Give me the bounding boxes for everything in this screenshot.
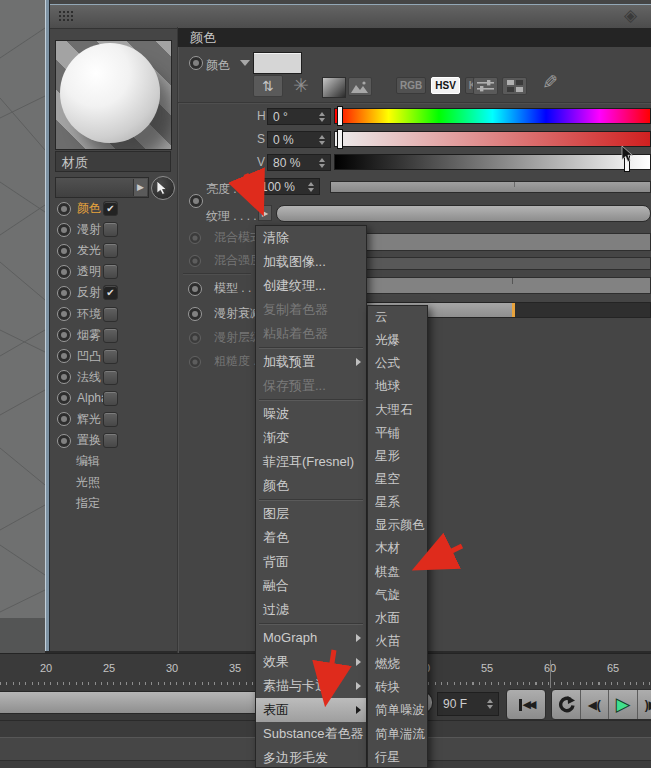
channel-row-9[interactable]: Alpha	[57, 388, 177, 409]
param-radio[interactable]	[189, 332, 201, 344]
gradient-bar-s[interactable]	[334, 131, 651, 147]
menu-item-16[interactable]: 背面	[256, 550, 366, 574]
channel-checkbox[interactable]	[103, 370, 118, 385]
surface-item-13[interactable]: 水面	[368, 607, 427, 630]
menu-item-6[interactable]: 加载预置	[256, 350, 366, 374]
color-expand-arrow-icon[interactable]	[240, 60, 250, 66]
channel-radio[interactable]	[57, 349, 71, 363]
image-mode-icon[interactable]	[348, 77, 372, 96]
go-to-start-button[interactable]: ◀◀	[506, 689, 546, 720]
menu-item-10[interactable]: 渐变	[256, 426, 366, 450]
viewport-background[interactable]	[0, 0, 45, 656]
material-dropdown[interactable]: ▶	[55, 177, 149, 198]
pick-material-button[interactable]	[151, 176, 175, 200]
channel-radio[interactable]	[57, 223, 71, 237]
channel-radio[interactable]	[57, 286, 71, 300]
channel-row-11[interactable]: 置换	[57, 430, 177, 451]
model-dropdown-bar[interactable]	[366, 277, 651, 294]
slider-field-h[interactable]: 0 °	[267, 108, 331, 125]
param-radio[interactable]	[189, 255, 201, 267]
channel-row-3[interactable]: 透明	[57, 261, 177, 282]
channel-radio[interactable]	[57, 370, 71, 384]
channel-row-14[interactable]: 指定	[57, 493, 177, 514]
channel-checkbox[interactable]	[103, 412, 118, 427]
slider-stepper[interactable]	[319, 135, 325, 145]
menu-item-11[interactable]: 菲涅耳(Fresnel)	[256, 450, 366, 474]
surface-item-0[interactable]: 云	[368, 306, 427, 329]
menu-item-1[interactable]: 加载图像...	[256, 250, 366, 274]
slider-field-v[interactable]: 80 %	[267, 154, 331, 171]
surface-item-3[interactable]: 地球	[368, 375, 427, 398]
slider-field-s[interactable]: 0 %	[267, 131, 331, 148]
channel-row-7[interactable]: 凹凸	[57, 346, 177, 367]
surface-item-18[interactable]: 简单湍流	[368, 723, 427, 746]
menu-item-14[interactable]: 图层	[256, 502, 366, 526]
menu-item-18[interactable]: 过滤	[256, 598, 366, 622]
brightness-field[interactable]: 100 %	[255, 178, 320, 195]
channel-checkbox[interactable]	[103, 328, 118, 343]
menu-item-17[interactable]: 融合	[256, 574, 366, 598]
surface-item-1[interactable]: 光爆	[368, 329, 427, 352]
surface-item-14[interactable]: 火苗	[368, 630, 427, 653]
menu-item-21[interactable]: 效果	[256, 650, 366, 674]
surface-item-4[interactable]: 大理石	[368, 399, 427, 422]
material-editor-titlebar[interactable]: ◈	[50, 4, 651, 29]
param-radio[interactable]	[188, 282, 202, 296]
frame-stepper[interactable]	[487, 699, 493, 709]
menu-item-25[interactable]: 多边形毛发	[256, 746, 366, 768]
channel-row-6[interactable]: 烟雾	[57, 325, 177, 346]
gradient-bar-v[interactable]	[334, 154, 651, 170]
channel-checkbox[interactable]	[103, 391, 118, 406]
surface-item-9[interactable]: 显示颜色	[368, 514, 427, 537]
channel-row-8[interactable]: 法线	[57, 367, 177, 388]
surface-item-5[interactable]: 平铺	[368, 422, 427, 445]
surface-item-10[interactable]: 木材	[368, 537, 427, 560]
blend-strength-bar[interactable]	[366, 257, 651, 270]
channel-row-4[interactable]: 反射✔	[57, 282, 177, 303]
menu-item-15[interactable]: 着色	[256, 526, 366, 550]
blend-mode-bar[interactable]	[366, 233, 651, 251]
texture-field[interactable]	[276, 205, 651, 222]
channel-row-2[interactable]: 发光	[57, 240, 177, 261]
surface-item-15[interactable]: 燃烧	[368, 653, 427, 676]
param-radio[interactable]	[189, 356, 201, 368]
channel-checkbox[interactable]: ✔	[103, 285, 118, 300]
material-name-field[interactable]: 材质	[55, 151, 171, 172]
channel-row-5[interactable]: 环境	[57, 303, 177, 324]
material-preview[interactable]	[55, 40, 172, 150]
swatch-grid-icon[interactable]	[502, 77, 527, 95]
surface-item-17[interactable]: 简单噪波	[368, 699, 427, 722]
color-channel-radio[interactable]	[189, 56, 203, 70]
menu-item-22[interactable]: 素描与卡通	[256, 674, 366, 698]
channel-radio[interactable]	[57, 328, 71, 342]
surface-item-12[interactable]: 气旋	[368, 584, 427, 607]
channel-row-10[interactable]: 辉光	[57, 409, 177, 430]
mode-button-rgb[interactable]: RGB	[396, 77, 426, 94]
channel-radio[interactable]	[57, 265, 71, 279]
previous-frame-button[interactable]: ◀(	[580, 690, 609, 719]
channel-row-0[interactable]: 颜色✔	[57, 198, 177, 219]
slider-handle-h[interactable]	[337, 106, 343, 126]
next-frame-button[interactable]: )▶	[637, 690, 651, 719]
end-frame-field[interactable]: 90 F	[437, 692, 499, 716]
menu-item-24[interactable]: Substance着色器	[256, 722, 366, 746]
channel-checkbox[interactable]	[103, 243, 118, 258]
channel-checkbox[interactable]: ✔	[103, 201, 118, 216]
param-radio[interactable]	[188, 307, 202, 321]
menu-item-23[interactable]: 表面	[256, 698, 366, 722]
texture-menu-button[interactable]: ▶	[258, 205, 272, 221]
mode-button-hsv[interactable]: HSV	[431, 77, 460, 94]
surface-item-16[interactable]: 砖块	[368, 676, 427, 699]
channel-radio[interactable]	[57, 202, 71, 216]
slider-stepper[interactable]	[319, 112, 325, 122]
gradient-bar-h[interactable]	[334, 108, 651, 124]
compare-colors-icon[interactable]: ⇅	[253, 75, 283, 97]
slider-handle-s[interactable]	[337, 129, 343, 149]
channel-radio[interactable]	[57, 412, 71, 426]
surface-item-11[interactable]: 棋盘	[368, 561, 427, 584]
param-radio[interactable]	[189, 232, 201, 244]
dropdown-arrow-icon[interactable]: ▶	[133, 179, 147, 196]
channel-radio[interactable]	[57, 391, 71, 405]
menu-item-12[interactable]: 颜色	[256, 474, 366, 498]
surface-item-19[interactable]: 行星	[368, 746, 427, 768]
